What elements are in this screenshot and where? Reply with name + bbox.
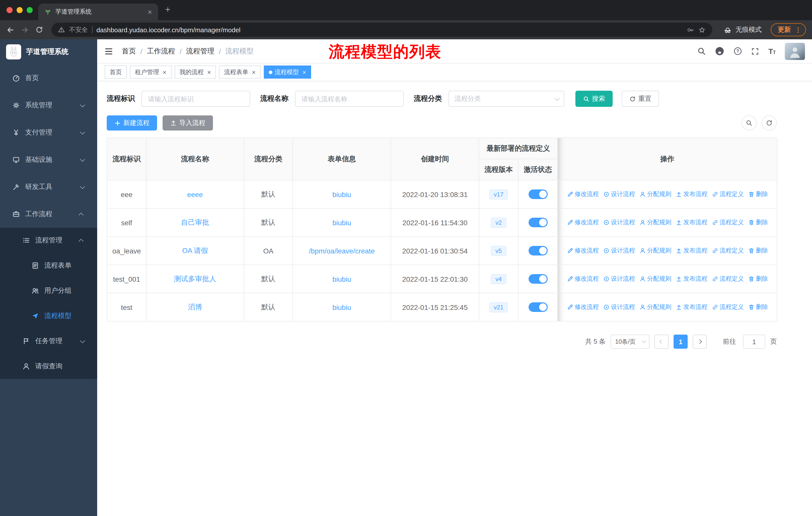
create-process-button[interactable]: 新建流程 [107, 115, 157, 131]
design-process-link[interactable]: 设计流程 [603, 218, 635, 226]
sidebar-item-payment[interactable]: 支付管理 [0, 119, 97, 146]
new-tab-button[interactable]: + [165, 5, 170, 14]
search-button[interactable]: 搜索 [575, 91, 613, 107]
sidebar-item-workflow[interactable]: 工作流程 [0, 200, 97, 228]
assign-rule-link[interactable]: 分配规则 [639, 246, 671, 255]
minimize-window-button[interactable] [17, 7, 23, 13]
tag-tenant-management[interactable]: 租户管理× [130, 65, 171, 79]
delete-link[interactable]: 删除 [748, 274, 768, 283]
process-id-input[interactable] [141, 91, 250, 107]
form-link[interactable]: biubiu [332, 275, 351, 283]
process-name-input[interactable] [295, 91, 404, 107]
edit-process-link[interactable]: 修改流程 [567, 190, 599, 198]
active-toggle[interactable] [528, 302, 547, 312]
active-toggle[interactable] [528, 246, 547, 255]
active-toggle[interactable] [528, 274, 547, 284]
page-1-button[interactable]: 1 [673, 334, 688, 349]
deploy-process-link[interactable]: 发布流程 [675, 190, 707, 198]
deploy-process-link[interactable]: 发布流程 [675, 303, 707, 311]
process-definition-link[interactable]: 流程定义 [712, 218, 744, 226]
process-name-link[interactable]: 自己审批 [181, 218, 209, 226]
category-select[interactable]: 流程分类 [448, 91, 564, 107]
process-name-link[interactable]: 测试多审批人 [174, 274, 216, 282]
table-search-button[interactable] [742, 115, 757, 131]
assign-rule-link[interactable]: 分配规则 [639, 303, 671, 311]
tag-process-form[interactable]: 流程表单× [219, 65, 261, 79]
edit-process-link[interactable]: 修改流程 [567, 246, 599, 255]
tag-home[interactable]: 首页 [105, 65, 127, 79]
process-definition-link[interactable]: 流程定义 [712, 190, 744, 198]
sidebar-item-system[interactable]: 系统管理 [0, 92, 97, 119]
sidebar-item-infrastructure[interactable]: 基础设施 [0, 146, 97, 173]
reset-button[interactable]: 重置 [622, 91, 659, 107]
process-name-link[interactable]: 滔博 [188, 303, 202, 311]
edit-process-link[interactable]: 修改流程 [567, 303, 599, 311]
design-process-link[interactable]: 设计流程 [603, 190, 635, 198]
bookmark-star-icon[interactable] [698, 26, 706, 33]
sidebar-item-user-group[interactable]: 用户分组 [0, 278, 97, 303]
close-window-button[interactable] [6, 7, 12, 13]
github-icon[interactable] [715, 46, 725, 56]
sidebar-item-home[interactable]: 首页 [0, 64, 97, 92]
forward-button[interactable] [21, 25, 29, 34]
design-process-link[interactable]: 设计流程 [603, 246, 635, 255]
sidebar-item-task-management[interactable]: 任务管理 [0, 329, 97, 354]
tag-close-icon[interactable]: × [302, 68, 306, 76]
breadcrumb-item[interactable]: 流程管理 [186, 47, 214, 56]
tab-close-icon[interactable]: × [147, 8, 152, 16]
address-bar[interactable]: 不安全 dashboard.yudao.iocoder.cn/bpm/manag… [51, 23, 712, 37]
delete-link[interactable]: 删除 [748, 218, 768, 226]
table-refresh-button[interactable] [762, 115, 777, 131]
sidebar-item-process-management[interactable]: 流程管理 [0, 228, 97, 253]
process-definition-link[interactable]: 流程定义 [712, 303, 744, 311]
browser-tab[interactable]: 芋道管理系统 × [38, 3, 158, 20]
breadcrumb-item[interactable]: 首页 [122, 47, 136, 56]
goto-page-input[interactable] [743, 334, 765, 349]
delete-link[interactable]: 删除 [748, 246, 768, 255]
design-process-link[interactable]: 设计流程 [603, 274, 635, 283]
assign-rule-link[interactable]: 分配规则 [639, 190, 671, 198]
edit-process-link[interactable]: 修改流程 [567, 274, 599, 283]
url-text[interactable]: dashboard.yudao.iocoder.cn/bpm/manager/m… [96, 26, 240, 33]
active-toggle[interactable] [528, 218, 547, 227]
tag-close-icon[interactable]: × [163, 68, 166, 76]
sidebar-item-dev-tools[interactable]: 研发工具 [0, 173, 97, 200]
sidebar-item-process-form[interactable]: 流程表单 [0, 253, 97, 278]
page-size-select[interactable]: 10条/页 [611, 334, 649, 349]
security-warning-icon[interactable] [58, 26, 65, 33]
process-definition-link[interactable]: 流程定义 [712, 246, 744, 255]
font-size-icon[interactable]: TT [768, 47, 776, 55]
fullscreen-icon[interactable] [751, 47, 759, 55]
search-icon[interactable] [697, 47, 706, 55]
kebab-menu-icon[interactable] [794, 26, 802, 33]
maximize-window-button[interactable] [27, 7, 33, 13]
tag-my-process[interactable]: 我的流程× [174, 65, 216, 79]
sidebar-item-process-model[interactable]: 流程模型 [0, 303, 97, 329]
form-link[interactable]: /bpm/oa/leave/create [309, 247, 375, 255]
back-button[interactable] [6, 25, 14, 34]
process-name-link[interactable]: eeee [187, 190, 203, 198]
delete-link[interactable]: 删除 [748, 190, 768, 198]
help-icon[interactable]: ? [734, 47, 742, 55]
reload-button[interactable] [35, 26, 43, 34]
deploy-process-link[interactable]: 发布流程 [675, 218, 707, 226]
design-process-link[interactable]: 设计流程 [603, 303, 635, 311]
process-name-link[interactable]: OA 请假 [182, 246, 208, 254]
sidebar-item-leave-query[interactable]: 请假查询 [0, 354, 97, 379]
form-link[interactable]: biubiu [332, 303, 351, 311]
deploy-process-link[interactable]: 发布流程 [675, 274, 707, 283]
tag-close-icon[interactable]: × [252, 68, 256, 76]
key-icon[interactable] [687, 26, 694, 33]
form-link[interactable]: biubiu [332, 218, 351, 226]
deploy-process-link[interactable]: 发布流程 [675, 246, 707, 255]
assign-rule-link[interactable]: 分配规则 [639, 274, 671, 283]
next-page-button[interactable] [693, 334, 707, 349]
tag-close-icon[interactable]: × [207, 68, 211, 76]
tag-process-model[interactable]: 流程模型× [264, 65, 311, 79]
active-toggle[interactable] [528, 189, 547, 199]
form-link[interactable]: biubiu [332, 190, 351, 198]
update-browser-button[interactable]: 更新 [771, 23, 806, 36]
edit-process-link[interactable]: 修改流程 [567, 218, 599, 226]
process-definition-link[interactable]: 流程定义 [712, 274, 744, 283]
assign-rule-link[interactable]: 分配规则 [639, 218, 671, 226]
